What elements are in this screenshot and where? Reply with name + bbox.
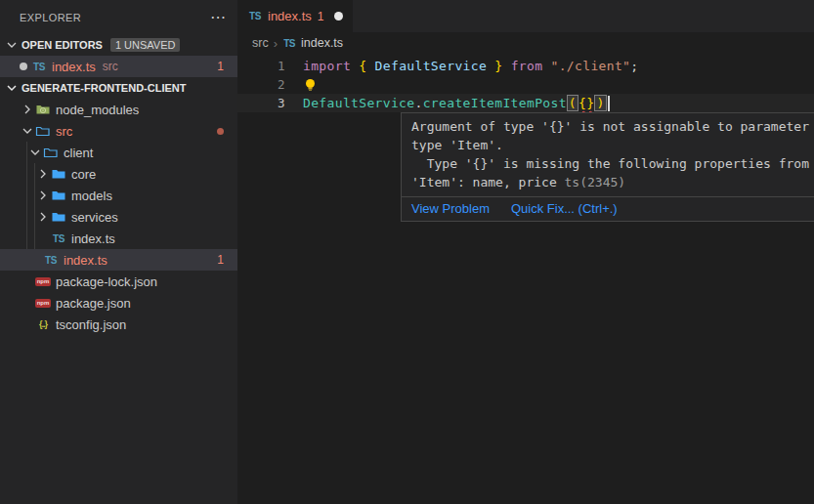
tree-item-package-json[interactable]: npm package.json — [0, 292, 237, 314]
tree-item-client[interactable]: client — [0, 142, 237, 163]
error-message: Argument of type '{}' is not assignable … — [402, 113, 814, 196]
line-number: 2 — [237, 77, 285, 92]
explorer-sidebar: EXPLORER ⋯ OPEN EDITORS 1 UNSAVED TS ind… — [0, 0, 237, 504]
chevron-down-icon — [4, 80, 20, 96]
error-line-text: 'Item': name, price — [411, 175, 565, 189]
tree-item-services[interactable]: services — [0, 206, 237, 228]
error-line: 'Item': name, price ts(2345) — [411, 173, 814, 191]
typescript-file-icon: TS — [31, 59, 47, 74]
open-editors-label: OPEN EDITORS — [21, 39, 103, 51]
token-error-braces: {} — [578, 96, 594, 110]
error-line: Argument of type '{}' is not assignable … — [411, 117, 814, 136]
open-editor-item-index-ts[interactable]: TS index.ts src 1 — [0, 56, 237, 77]
explorer-title: EXPLORER — [20, 12, 81, 23]
tree-item-tsconfig-json[interactable]: {..} tsconfig.json — [0, 314, 237, 335]
vscode-window: EXPLORER ⋯ OPEN EDITORS 1 UNSAVED TS ind… — [0, 0, 814, 504]
token-brace: } — [487, 59, 511, 73]
file-tree: node_modules src — [0, 99, 237, 335]
tree-item-label: core — [71, 167, 96, 182]
tree-item-label: package.json — [56, 296, 131, 311]
editor-group: TS index.ts 1 src › TS index.ts 1 import… — [237, 0, 814, 504]
typescript-file-icon: TS — [43, 252, 59, 268]
token-bracket-match: ) — [594, 95, 606, 111]
tree-item-label: tsconfig.json — [56, 317, 126, 332]
unsaved-dot-icon[interactable] — [334, 12, 343, 21]
error-source-code: ts(2345) — [565, 175, 626, 189]
folder-icon — [51, 209, 66, 225]
open-folder-icon — [35, 123, 51, 139]
tree-item-label: package-lock.json — [56, 274, 157, 289]
line-number: 1 — [237, 59, 285, 73]
tree-item-core[interactable]: core — [0, 163, 237, 185]
breadcrumb-file[interactable]: index.ts — [301, 36, 343, 50]
tree-item-label: services — [71, 210, 118, 225]
code-line-2[interactable]: 2 — [237, 75, 814, 94]
view-problem-link[interactable]: View Problem — [411, 201, 490, 216]
npm-file-icon: npm — [35, 277, 51, 286]
folder-modified-dot-icon — [217, 128, 224, 135]
code-line-3[interactable]: 3 DefaultService.createItemItemPost({}) — [237, 94, 814, 112]
token-punctuation: . — [414, 96, 422, 110]
tree-item-src[interactable]: src — [0, 120, 237, 142]
folder-icon — [51, 166, 66, 182]
tab-index-ts[interactable]: TS index.ts 1 — [237, 0, 353, 32]
workspace-name: GENERATE-FRONTEND-CLIENT — [21, 82, 186, 94]
breadcrumb-folder[interactable]: src — [252, 36, 269, 50]
quick-fix-link[interactable]: Quick Fix... (Ctrl+.) — [511, 201, 618, 216]
error-count-badge: 1 — [217, 60, 224, 73]
open-editors-section-header[interactable]: OPEN EDITORS 1 UNSAVED — [0, 34, 237, 56]
npm-file-icon: npm — [35, 299, 51, 308]
tree-item-label: src — [56, 124, 72, 139]
error-line: Type '{}' is missing the following prope… — [411, 154, 814, 173]
open-editor-file-name: index.ts — [52, 60, 96, 74]
typescript-file-icon: TS — [51, 231, 66, 246]
tree-item-models[interactable]: models — [0, 185, 237, 206]
chevron-right-icon — [35, 166, 51, 182]
error-line: type 'Item'. — [411, 136, 814, 154]
open-editor-file-path: src — [103, 60, 118, 73]
modified-dot-icon — [20, 63, 27, 70]
token-class: DefaultService — [303, 96, 414, 110]
folder-icon — [51, 188, 66, 203]
hover-actions: View Problem Quick Fix... (Ctrl+.) — [402, 196, 814, 221]
code-line-1[interactable]: 1 import { DefaultService } from "./clie… — [237, 57, 814, 75]
token-bracket-match: ( — [567, 95, 578, 111]
chevron-right-icon — [20, 102, 35, 117]
tree-item-label: client — [64, 146, 93, 160]
tree-item-label: index.ts — [64, 253, 107, 268]
error-count-badge: 1 — [217, 253, 224, 267]
token-brace: { — [359, 59, 374, 73]
tree-item-src-index-ts[interactable]: TS index.ts 1 — [0, 249, 237, 271]
tree-item-label: node_modules — [56, 103, 139, 117]
unsaved-count-badge: 1 UNSAVED — [110, 38, 181, 52]
tree-item-package-lock-json[interactable]: npm package-lock.json — [0, 271, 237, 292]
token-punctuation: ; — [630, 59, 638, 73]
tree-item-node-modules[interactable]: node_modules — [0, 99, 237, 120]
breadcrumb-separator-icon: › — [274, 36, 278, 51]
code-area[interactable]: 1 import { DefaultService } from "./clie… — [237, 54, 814, 112]
token-keyword: from — [511, 59, 551, 73]
chevron-down-icon — [4, 37, 20, 53]
typescript-file-icon: TS — [282, 35, 296, 51]
error-hover-widget: Argument of type '{}' is not assignable … — [401, 112, 814, 222]
tab-error-count: 1 — [318, 10, 324, 23]
workspace-section-header[interactable]: GENERATE-FRONTEND-CLIENT — [0, 77, 237, 99]
more-actions-icon[interactable]: ⋯ — [210, 13, 226, 22]
typescript-file-icon: TS — [247, 9, 263, 24]
tree-item-label: models — [71, 189, 112, 203]
text-cursor — [608, 96, 610, 111]
chevron-down-icon — [27, 145, 43, 160]
lightbulb-icon[interactable] — [303, 77, 319, 93]
tree-item-label: index.ts — [71, 231, 115, 246]
breadcrumb[interactable]: src › TS index.ts — [237, 32, 814, 54]
token-keyword: import — [303, 59, 359, 73]
line-number: 3 — [237, 96, 285, 110]
chevron-right-icon — [35, 188, 51, 203]
json-config-file-icon: {..} — [35, 316, 51, 332]
token-method: createItemItemPost — [423, 96, 567, 110]
sidebar-header: EXPLORER ⋯ — [0, 0, 237, 34]
tree-item-client-index-ts[interactable]: TS index.ts — [0, 228, 237, 249]
open-folder-icon — [43, 145, 59, 160]
chevron-down-icon — [20, 123, 35, 139]
tab-file-name: index.ts — [268, 9, 312, 23]
